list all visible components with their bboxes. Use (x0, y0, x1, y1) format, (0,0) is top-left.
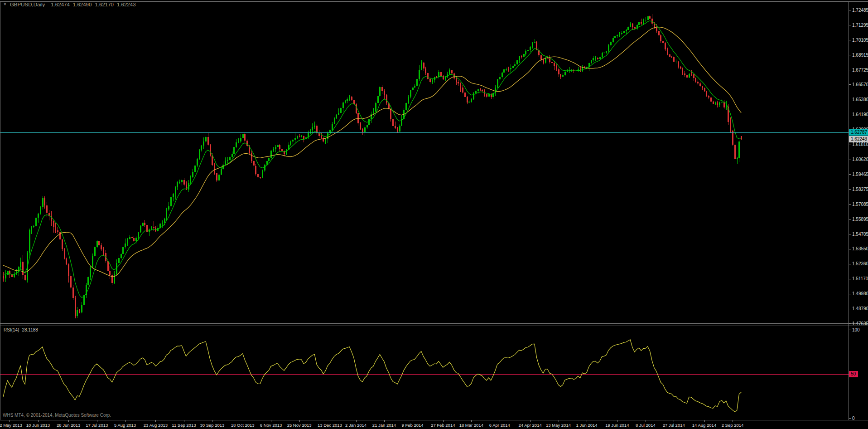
bear-candle (558, 69, 559, 74)
bull-candle (477, 89, 479, 91)
bear-candle (480, 89, 481, 90)
bear-candle (704, 88, 705, 91)
ma-slow-line (3, 27, 741, 277)
price-tick-label: 1.54705 (852, 232, 868, 237)
bear-candle (253, 161, 255, 166)
bear-candle (44, 198, 45, 206)
bull-candle (499, 77, 501, 79)
bull-candle (338, 113, 339, 115)
bear-candle (456, 78, 457, 82)
bear-candle (281, 149, 283, 151)
bear-candle (55, 227, 56, 230)
bear-candle (22, 262, 24, 275)
bear-candle (669, 54, 670, 56)
bear-candle (98, 241, 100, 245)
ma-fast-line (3, 21, 741, 297)
bear-candle (183, 180, 185, 185)
bull-candle (301, 136, 302, 136)
bear-candle (279, 145, 280, 149)
bull-candle (471, 99, 472, 102)
bull-candle (405, 103, 407, 110)
bull-candle (138, 232, 139, 238)
bull-candle (205, 137, 207, 141)
bear-candle (64, 249, 65, 259)
symbol-period-label: GBPUSD,Daily (10, 1, 45, 8)
bull-candle (719, 102, 720, 105)
bear-candle (649, 16, 651, 18)
bear-candle (153, 227, 154, 228)
bear-candle (464, 93, 466, 97)
bear-candle (103, 249, 104, 253)
bear-candle (386, 95, 387, 103)
bull-candle (532, 43, 533, 47)
rsi-indicator-value: 28.1188 (22, 327, 38, 332)
bull-candle (140, 226, 141, 232)
time-axis[interactable]: 22 May 201310 Jun 201328 Jun 201317 Jul … (0, 420, 743, 428)
bear-candle (686, 75, 688, 78)
date-tick-label: 27 Jul 2014 (663, 423, 685, 428)
bear-candle (53, 221, 54, 227)
bull-candle (514, 64, 516, 67)
date-tick-label: 23 Aug 2013 (144, 423, 168, 428)
bear-candle (660, 35, 661, 41)
bull-candle (175, 187, 176, 193)
bear-candle (717, 102, 718, 105)
bull-candle (612, 38, 614, 41)
bull-candle (416, 79, 418, 86)
bull-candle (20, 262, 21, 267)
bear-candle (429, 79, 431, 82)
bull-candle (121, 254, 122, 258)
bear-candle (68, 264, 69, 276)
date-tick-label: 8 Jul 2014 (636, 423, 656, 428)
bull-candle (567, 71, 568, 72)
bull-candle (366, 125, 368, 127)
bull-candle (290, 141, 291, 145)
price-axis[interactable]: 1.724851.712951.701051.689151.677251.665… (849, 8, 868, 326)
bull-candle (737, 158, 738, 159)
bull-candle (530, 47, 531, 50)
bear-candle (460, 83, 461, 88)
price-tick-label: 1.55895 (852, 217, 868, 222)
bull-candle (347, 99, 348, 101)
bull-candle (142, 223, 144, 226)
bear-candle (423, 63, 424, 69)
bull-candle (325, 139, 326, 141)
bull-candle (468, 102, 470, 102)
date-tick-label: 21 Jan 2014 (372, 423, 396, 428)
date-tick-label: 24 Apr 2014 (518, 423, 541, 428)
bull-candle (603, 53, 605, 53)
bull-candle (229, 157, 231, 160)
bull-candle (297, 136, 298, 138)
date-tick-label: 1 Jun 2014 (576, 423, 597, 428)
bull-candle (545, 58, 546, 63)
bear-candle (70, 276, 72, 288)
bear-candle (656, 28, 657, 31)
bull-candle (506, 69, 507, 70)
price-tick-label: 1.49980 (852, 291, 868, 296)
chevron-down-icon[interactable]: ▼ (3, 1, 7, 8)
bear-candle (357, 113, 359, 123)
bear-candle (260, 177, 261, 178)
bear-candle (66, 258, 67, 264)
ohlc-low: 1.62170 (95, 1, 114, 8)
bull-candle (689, 74, 690, 78)
bull-candle (31, 227, 32, 230)
bull-candle (630, 24, 631, 27)
date-tick-label: 13 May 2014 (546, 423, 571, 428)
bull-candle (35, 218, 37, 226)
bull-candle (621, 33, 622, 34)
bull-candle (275, 147, 276, 149)
bull-candle (94, 247, 96, 256)
bull-candle (638, 22, 640, 25)
bull-candle (268, 158, 270, 161)
bull-candle (564, 72, 566, 75)
bear-candle (536, 42, 537, 50)
bull-candle (412, 88, 414, 90)
date-tick-label: 18 Mar 2014 (459, 423, 483, 428)
bear-candle (691, 74, 692, 74)
chart-canvas[interactable]: 1.724851.712951.701051.689151.677251.665… (0, 0, 868, 429)
ohlc-open: 1.62474 (51, 1, 70, 8)
bear-candle (321, 136, 322, 138)
bull-candle (336, 115, 337, 119)
bear-candle (667, 49, 668, 54)
